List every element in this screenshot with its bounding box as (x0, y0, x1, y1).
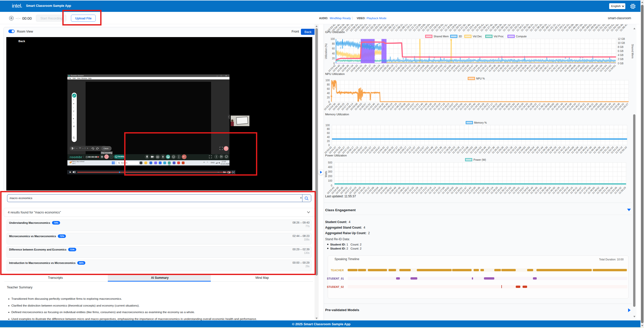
svg-text:60: 60 (327, 132, 330, 134)
svg-text:12 GB: 12 GB (618, 38, 625, 40)
svg-text:Compute: Compute (516, 35, 527, 38)
svg-text:500: 500 (328, 161, 332, 164)
svg-text:6 GB: 6 GB (618, 50, 624, 52)
svg-text:Vid Proc: Vid Proc (494, 35, 504, 38)
svg-text:40: 40 (332, 52, 335, 55)
svg-text:Vid Dec: Vid Dec (473, 35, 482, 38)
svg-text:0 GB: 0 GB (618, 62, 624, 65)
svg-text:Shared Mem: Shared Mem (631, 44, 634, 58)
svg-text:Shared Mem: Shared Mem (434, 35, 449, 38)
svg-text:20: 20 (327, 96, 330, 99)
svg-text:10 GB: 10 GB (618, 42, 625, 44)
svg-text:400: 400 (328, 166, 332, 169)
svg-text:0: 0 (331, 184, 332, 187)
svg-text:3D: 3D (459, 35, 462, 38)
svg-text:200: 200 (328, 175, 332, 178)
svg-text:80: 80 (327, 128, 330, 130)
svg-text:Power Utilization: Power Utilization (325, 154, 347, 157)
svg-text:100: 100 (328, 179, 332, 182)
svg-text:0: 0 (328, 144, 330, 147)
svg-text:20: 20 (327, 140, 330, 143)
svg-text:GPU Utilization: GPU Utilization (325, 31, 345, 34)
svg-text:Utilization (%): Utilization (%) (325, 43, 327, 59)
svg-text:60: 60 (327, 88, 330, 90)
svg-text:Power (W): Power (W) (474, 158, 486, 161)
svg-text:8 GB: 8 GB (618, 46, 624, 48)
svg-text:20: 20 (332, 57, 335, 60)
svg-text:100: 100 (325, 124, 330, 127)
svg-text:40: 40 (327, 136, 330, 139)
svg-text:Watts: Watts (325, 171, 327, 177)
svg-text:80: 80 (332, 42, 335, 45)
svg-text:100: 100 (330, 38, 335, 40)
svg-text:100: 100 (325, 79, 330, 82)
svg-text:60: 60 (332, 47, 335, 50)
svg-text:Memory %: Memory % (474, 121, 487, 124)
svg-text:2 GB: 2 GB (618, 58, 624, 61)
svg-text:4 GB: 4 GB (618, 54, 624, 57)
svg-text:300: 300 (328, 170, 332, 173)
svg-text:80: 80 (327, 83, 330, 86)
svg-text:NPU %: NPU % (476, 77, 485, 80)
svg-text:NPU Utilization: NPU Utilization (325, 72, 345, 75)
svg-text:Memory Utilization: Memory Utilization (325, 113, 349, 116)
svg-text:40: 40 (327, 92, 330, 95)
